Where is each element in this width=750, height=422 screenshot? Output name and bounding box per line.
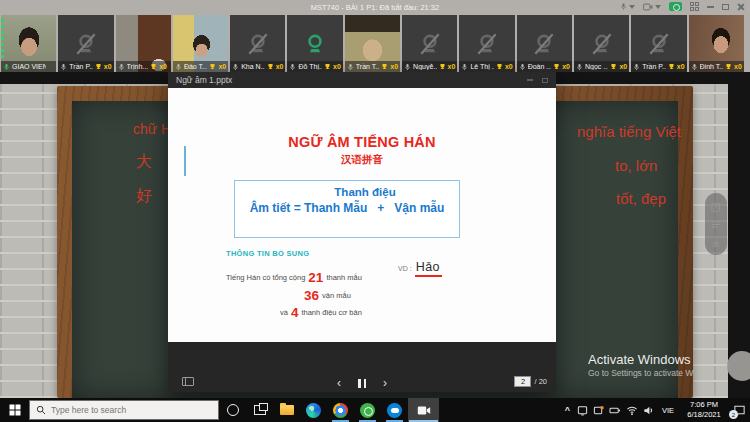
trophy-icon bbox=[381, 63, 388, 71]
participant-tile[interactable]: Trần P... x0 bbox=[58, 15, 113, 72]
participant-score: x0 bbox=[159, 63, 167, 70]
participant-tile[interactable]: Đinh T... x0 bbox=[689, 15, 744, 72]
previous-slide-button[interactable]: ‹ bbox=[337, 377, 341, 389]
formula-box-heading: Thanh điệu bbox=[235, 186, 459, 198]
mic-icon bbox=[576, 63, 583, 71]
participant-tile[interactable]: Đào T... x0 bbox=[173, 15, 228, 72]
chrome-button[interactable] bbox=[327, 398, 354, 422]
restore-icon[interactable] bbox=[542, 78, 548, 83]
battery-icon[interactable] bbox=[609, 405, 621, 416]
participant-name: Trịnh... bbox=[127, 63, 149, 70]
task-view-button[interactable] bbox=[246, 398, 273, 422]
video-camera-icon bbox=[417, 405, 431, 416]
participant-name: Lê Thị ... bbox=[470, 63, 494, 70]
participant-label: Nguyễ... x0 bbox=[402, 61, 457, 72]
search-input[interactable] bbox=[51, 405, 201, 415]
mic-settings-button[interactable] bbox=[620, 2, 635, 11]
board-text-left-1: chữ H bbox=[133, 121, 171, 137]
text-lines-icon[interactable] bbox=[711, 220, 721, 228]
section-heading: THÔNG TIN BỔ SUNG bbox=[226, 249, 309, 258]
action-center-button[interactable]: 2 bbox=[731, 402, 747, 418]
participant-score: x0 bbox=[104, 63, 112, 70]
minimize-icon[interactable] bbox=[707, 6, 714, 8]
fact-1-prefix: Tiếng Hán có tổng cộng bbox=[226, 273, 305, 282]
meeting-app-titlebar: MST740 - BÀI 1 P1: Đã bắt đầu: 21:32 bbox=[0, 0, 750, 15]
participant-tile[interactable]: GIAO VIEN 4 bbox=[1, 15, 56, 72]
board-text-right-1: nghĩa tiếng Việt bbox=[577, 123, 681, 140]
camera-settings-button[interactable] bbox=[643, 3, 661, 11]
wifi-icon[interactable] bbox=[626, 405, 638, 416]
file-explorer-button[interactable] bbox=[273, 398, 300, 422]
trophy-icon bbox=[150, 63, 157, 71]
tablet-icon[interactable] bbox=[577, 405, 588, 416]
edge-icon bbox=[306, 403, 321, 418]
search-icon bbox=[36, 405, 46, 415]
mic-icon bbox=[118, 63, 125, 71]
participant-name: Trần P... bbox=[69, 63, 93, 70]
coccoc-button[interactable] bbox=[354, 398, 381, 422]
participant-tile[interactable]: Ngọc ... x0 bbox=[574, 15, 629, 72]
desktop-screen: MST740 - BÀI 1 P1: Đã bắt đầu: 21:32 bbox=[0, 0, 750, 422]
zalo-button[interactable] bbox=[381, 398, 408, 422]
participant-name: Trần P... bbox=[642, 63, 666, 70]
page-indicator: 2 / 20 bbox=[514, 376, 547, 387]
presentation-window: Ngữ âm 1.pptx NGỮ ÂM TIẾNG HÁN 汉语拼音 Than… bbox=[168, 72, 556, 392]
cortana-button[interactable] bbox=[219, 398, 246, 422]
presentation-window-title: Ngữ âm 1.pptx bbox=[176, 75, 527, 85]
participant-tile[interactable]: Trịnh... x0 bbox=[116, 15, 171, 72]
language-indicator[interactable]: VIE bbox=[659, 406, 677, 415]
maximize-icon[interactable] bbox=[722, 4, 729, 10]
speaker-icon[interactable] bbox=[643, 405, 654, 416]
cortana-icon bbox=[227, 404, 239, 416]
participant-score: x0 bbox=[390, 63, 398, 70]
mic-icon bbox=[232, 63, 239, 71]
edge-button[interactable] bbox=[300, 398, 327, 422]
trophy-icon bbox=[209, 63, 216, 71]
participant-tile[interactable]: Đỗ Thị... x0 bbox=[287, 15, 342, 72]
fact-1-number: 21 bbox=[308, 270, 323, 285]
notification-flag-icon[interactable] bbox=[593, 405, 604, 416]
trophy-icon bbox=[668, 63, 675, 71]
taskbar-search[interactable] bbox=[29, 400, 219, 420]
taskbar-clock[interactable]: 7:06 PM 6/18/2021 bbox=[682, 400, 726, 420]
current-page-box[interactable]: 2 bbox=[514, 376, 531, 387]
participant-tile[interactable]: Trần T... x0 bbox=[345, 15, 400, 72]
meeting-app-button[interactable] bbox=[408, 398, 439, 422]
start-button[interactable] bbox=[0, 398, 29, 422]
next-slide-button[interactable]: › bbox=[383, 377, 387, 389]
participant-score: x0 bbox=[276, 63, 284, 70]
mic-icon bbox=[3, 63, 10, 71]
tray-expand-chevron[interactable]: ^ bbox=[563, 405, 572, 415]
minimize-icon[interactable] bbox=[527, 79, 533, 81]
download-arrow-icon[interactable] bbox=[711, 237, 721, 247]
trophy-icon bbox=[496, 63, 503, 71]
edit-icon[interactable] bbox=[711, 202, 721, 212]
participant-name: Đào T... bbox=[184, 63, 208, 70]
floating-toolbar[interactable] bbox=[705, 193, 727, 255]
folder-icon bbox=[280, 405, 294, 415]
participant-label: Trịnh... x0 bbox=[116, 61, 171, 72]
board-text-hanzi-hao: 好 bbox=[136, 186, 152, 207]
participant-tile[interactable]: Kha N... x0 bbox=[230, 15, 285, 72]
participant-tile[interactable]: Đoàn ... x0 bbox=[517, 15, 572, 72]
floating-circle-button[interactable] bbox=[727, 351, 750, 381]
trophy-icon bbox=[267, 63, 274, 71]
fact-2-number: 36 bbox=[304, 288, 319, 303]
participant-tile[interactable]: Lê Thị ... x0 bbox=[459, 15, 514, 72]
chevron-down-icon bbox=[629, 5, 635, 9]
gallery-layout-icon[interactable] bbox=[690, 2, 699, 11]
camera-active-indicator-icon[interactable] bbox=[669, 2, 682, 11]
participant-tile[interactable]: Trần P... x0 bbox=[631, 15, 686, 72]
pause-button[interactable] bbox=[358, 379, 366, 388]
participant-name: Đỗ Thị... bbox=[298, 63, 322, 70]
close-icon[interactable] bbox=[737, 3, 745, 11]
participant-label: Đào T... x0 bbox=[173, 61, 228, 72]
participant-label: Ngọc ... x0 bbox=[574, 61, 629, 72]
participant-name: Trần T... bbox=[356, 63, 380, 70]
participant-label: Đoàn ... x0 bbox=[517, 61, 572, 72]
participant-tile[interactable]: Nguyễ... x0 bbox=[402, 15, 457, 72]
presentation-titlebar[interactable]: Ngữ âm 1.pptx bbox=[168, 72, 556, 88]
coccoc-icon bbox=[360, 403, 375, 418]
example-block: VD : Hǎo bbox=[398, 260, 442, 277]
trophy-icon bbox=[324, 63, 331, 71]
